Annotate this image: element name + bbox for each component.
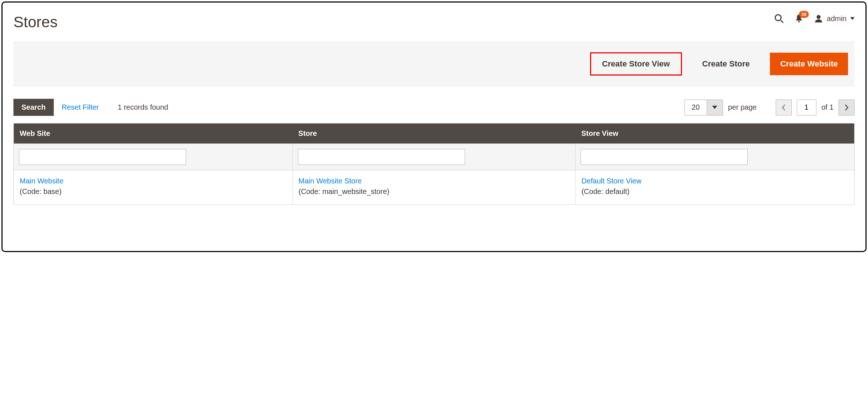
stores-grid: Web Site Store Store View Main Website (… — [13, 123, 855, 205]
per-page-control: 20 per page — [685, 100, 757, 116]
store-view-link[interactable]: Default Store View — [581, 177, 641, 185]
filter-row — [14, 144, 855, 170]
svg-point-3 — [816, 15, 820, 19]
filter-website-input[interactable] — [19, 149, 186, 165]
create-website-button[interactable]: Create Website — [770, 53, 848, 75]
col-header-store-view[interactable]: Store View — [576, 123, 855, 144]
search-button[interactable]: Search — [13, 99, 54, 116]
store-link[interactable]: Main Website Store — [299, 177, 362, 185]
store-view-code: (Code: default) — [581, 187, 629, 195]
account-menu[interactable]: admin — [814, 14, 855, 23]
user-icon — [814, 14, 823, 23]
action-bar: Create Store View Create Store Create We… — [13, 42, 855, 86]
website-code: (Code: base) — [20, 187, 62, 195]
header-tools: 39 admin — [774, 10, 855, 24]
website-link[interactable]: Main Website — [20, 177, 64, 185]
filter-store-view-input[interactable] — [581, 149, 748, 165]
page-title: Stores — [13, 13, 57, 31]
username-label: admin — [827, 15, 847, 23]
filter-store-input[interactable] — [298, 149, 465, 165]
next-page-button[interactable] — [839, 100, 855, 116]
dropdown-icon — [707, 100, 723, 115]
pager: of 1 — [776, 100, 855, 116]
svg-line-1 — [780, 20, 783, 23]
per-page-value: 20 — [685, 100, 707, 115]
table-row: Main Website (Code: base) Main Website S… — [14, 170, 855, 205]
search-icon[interactable] — [774, 13, 784, 24]
grid-toolbar: Search Reset Filter 1 records found 20 p… — [13, 86, 855, 123]
create-store-view-button[interactable]: Create Store View — [590, 52, 682, 76]
caret-down-icon — [850, 17, 855, 20]
notifications-icon[interactable]: 39 — [794, 14, 804, 23]
create-store-button[interactable]: Create Store — [693, 53, 759, 75]
col-header-store[interactable]: Store — [292, 123, 576, 144]
reset-filter-link[interactable]: Reset Filter — [62, 103, 99, 112]
store-code: (Code: main_website_store) — [299, 187, 389, 195]
prev-page-button[interactable] — [776, 100, 792, 116]
page-total-label: of 1 — [821, 103, 833, 112]
col-header-website[interactable]: Web Site — [14, 123, 293, 144]
svg-point-0 — [775, 15, 781, 21]
per-page-label: per page — [728, 103, 757, 112]
svg-point-2 — [798, 21, 799, 23]
page-header: Stores 39 admin — [13, 10, 855, 42]
records-found-label: 1 records found — [118, 103, 168, 112]
per-page-select[interactable]: 20 — [685, 100, 723, 116]
page-number-input[interactable] — [797, 100, 816, 116]
notification-badge: 39 — [799, 11, 808, 18]
